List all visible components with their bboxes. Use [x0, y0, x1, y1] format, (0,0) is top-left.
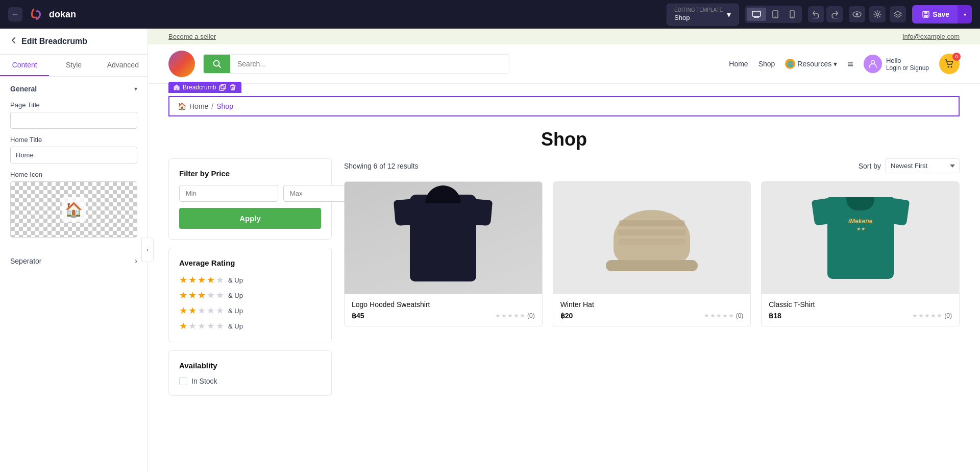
price-inputs: [179, 185, 321, 202]
home-icon-picker[interactable]: 🏠: [10, 181, 137, 238]
availability-filter-title: Availablity: [179, 361, 321, 370]
search-input[interactable]: [230, 55, 509, 73]
product-card-tshirt[interactable]: iMekene★ ★ Classic T-Shirt ฿18: [761, 181, 960, 326]
min-price-input[interactable]: [179, 185, 278, 202]
breadcrumb-wrapper: Breadcrumb 🏠 Home / Shop: [168, 96, 960, 116]
mobile-view-button[interactable]: [785, 8, 800, 21]
desktop-view-button[interactable]: [747, 8, 766, 21]
product-image-hoodie: [345, 182, 542, 294]
in-stock-row[interactable]: In Stock: [179, 377, 321, 385]
tab-content[interactable]: Content: [0, 55, 49, 76]
separator-label: Seperator: [10, 257, 41, 265]
apply-price-button[interactable]: Apply: [179, 208, 321, 229]
product-image-hat: [553, 182, 751, 294]
breadcrumb-toolbar[interactable]: Breadcrumb: [168, 82, 241, 93]
general-section-title: General: [10, 85, 37, 93]
price-filter-title: Filter by Price: [179, 169, 321, 178]
rating-3-row[interactable]: ★ ★ ★ ★ ★ & Up: [179, 290, 321, 301]
home-title-input[interactable]: [10, 147, 137, 163]
product-info-hat: Winter Hat ฿20 ★★★★★ (0): [553, 294, 751, 326]
breadcrumb-separator: /: [211, 102, 213, 110]
svg-rect-21: [219, 86, 224, 90]
star-5: ★: [216, 274, 224, 286]
shop-layout: Filter by Price Apply Average Rating: [148, 158, 980, 425]
product-price-hat: ฿20: [560, 312, 573, 320]
resources-label: Resources: [797, 60, 831, 68]
home-icon-label: Home Icon: [10, 171, 137, 178]
svg-point-10: [856, 13, 859, 16]
tablet-view-button[interactable]: [767, 8, 783, 21]
search-submit-button[interactable]: [204, 55, 230, 73]
delete-icon[interactable]: [229, 84, 236, 91]
copy-icon[interactable]: [219, 84, 226, 91]
layers-button[interactable]: [890, 6, 906, 22]
breadcrumb-toolbar-label: Breadcrumb: [183, 84, 216, 91]
separator-expand-button[interactable]: ›: [135, 256, 137, 266]
hamburger-menu-button[interactable]: ≡: [847, 58, 853, 70]
redo-button[interactable]: [826, 6, 843, 22]
sidebar-collapse-button[interactable]: ‹: [141, 238, 154, 262]
general-section-toggle[interactable]: ▾: [134, 85, 137, 92]
device-selector: [745, 6, 802, 23]
toolbar-icons-group: [849, 6, 906, 22]
preview-button[interactable]: [849, 6, 865, 22]
svg-point-18: [948, 66, 949, 68]
nav-shop[interactable]: Shop: [758, 60, 775, 68]
in-stock-checkbox[interactable]: [179, 377, 187, 385]
cart-badge: 0: [952, 53, 961, 61]
become-seller-link[interactable]: Become a seller: [168, 33, 216, 40]
star-3: ★: [198, 274, 206, 286]
user-avatar: [864, 55, 882, 73]
undo-button[interactable]: [808, 6, 824, 22]
rating-1-row[interactable]: ★ ★ ★ ★ ★ & Up: [179, 320, 321, 332]
product-card-hoodie[interactable]: Logo Hooded Sweatshirt ฿45 ★★★★★ (0): [344, 181, 543, 326]
rating-1-label: & Up: [228, 322, 243, 330]
page-title-input[interactable]: [10, 112, 137, 129]
product-rating-count-hoodie: (0): [527, 312, 535, 319]
nav-home[interactable]: Home: [729, 60, 748, 68]
save-label: Save: [933, 10, 949, 18]
back-button[interactable]: ←: [8, 7, 22, 21]
home-icon-field: Home Icon 🏠: [10, 171, 137, 238]
tab-style[interactable]: Style: [49, 55, 98, 76]
product-name-hoodie: Logo Hooded Sweatshirt: [352, 300, 535, 309]
sidebar-title: Edit Breadcrumb: [21, 37, 87, 46]
save-button[interactable]: Save: [912, 5, 960, 23]
product-info-hoodie: Logo Hooded Sweatshirt ฿45 ★★★★★ (0): [345, 294, 542, 326]
main-area: Edit Breadcrumb Content Style Advanced G…: [0, 29, 980, 471]
results-text: Showing 6 of 12 results: [344, 162, 419, 170]
rating-1-stars: ★ ★ ★ ★ ★: [179, 320, 224, 332]
announcement-bar: Become a seller info@example.com: [148, 29, 980, 44]
sort-area: Sort by Newest First Price: Low to High …: [859, 158, 960, 173]
sidebar-back-button[interactable]: [10, 37, 17, 46]
nav-resources[interactable]: 🌐 Resources ▾: [785, 59, 837, 69]
template-selector[interactable]: EDITING TEMPLATE Shop ▾: [667, 4, 739, 26]
save-dropdown-button[interactable]: ▾: [958, 5, 972, 23]
rating-2-row[interactable]: ★ ★ ★ ★ ★ & Up: [179, 305, 321, 316]
user-area[interactable]: Hello Login or Signup: [864, 55, 929, 73]
login-text: Login or Signup: [886, 64, 929, 72]
home-icon-preview: 🏠: [62, 197, 86, 222]
products-grid: Logo Hooded Sweatshirt ฿45 ★★★★★ (0): [344, 181, 960, 326]
product-bottom-hoodie: ฿45 ★★★★★ (0): [352, 312, 535, 320]
breadcrumb-home-link[interactable]: Home: [189, 102, 208, 110]
search-bar: [203, 54, 509, 74]
rating-4-label: & Up: [228, 276, 243, 284]
left-sidebar: Edit Breadcrumb Content Style Advanced G…: [0, 29, 148, 471]
settings-button[interactable]: [869, 6, 886, 22]
rating-3-label: & Up: [228, 292, 243, 299]
rating-rows: ★ ★ ★ ★ ★ & Up: [179, 274, 321, 332]
cart-button[interactable]: 0: [939, 54, 960, 74]
site-nav: Home Shop 🌐 Resources ▾ ≡ Hello: [729, 54, 960, 74]
product-card-hat[interactable]: Winter Hat ฿20 ★★★★★ (0): [553, 181, 751, 326]
undo-redo-group: [808, 6, 843, 22]
email-link[interactable]: info@example.com: [903, 33, 960, 40]
sort-select[interactable]: Newest First Price: Low to High Price: H…: [885, 158, 960, 173]
product-name-tshirt: Classic T-Shirt: [769, 300, 952, 309]
rating-filter-card: Average Rating ★ ★ ★ ★ ★: [168, 248, 332, 342]
breadcrumb-home-icon: 🏠: [178, 102, 186, 110]
product-bottom-tshirt: ฿18 ★★★★★ (0): [769, 312, 952, 320]
canvas-area: Become a seller info@example.com Home Sh…: [148, 29, 980, 471]
rating-4-row[interactable]: ★ ★ ★ ★ ★ & Up: [179, 274, 321, 286]
tab-advanced[interactable]: Advanced: [99, 55, 148, 76]
